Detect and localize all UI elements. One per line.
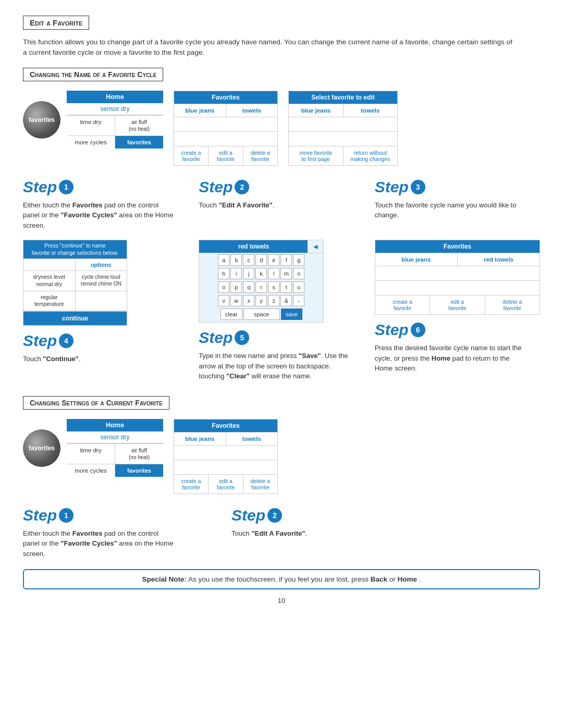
step-3-num: 3 [411,180,425,194]
section2-step-2-num: 2 [267,508,282,523]
select-empty-1 [289,117,397,131]
section2-step-1-label: Step 1 [23,507,221,524]
key-k[interactable]: k [255,268,267,279]
key-clear[interactable]: clear [221,309,242,320]
key-z[interactable]: z [268,295,279,306]
key-dash[interactable]: - [293,295,304,306]
step-1-word: Step [23,178,57,196]
step-4-label: Step 4 [23,332,188,350]
key-w[interactable]: w [230,295,242,306]
section2-home-time-dry[interactable]: time dry [67,444,115,464]
section2-step-2-label: Step 2 [231,507,430,524]
home-cell-air-fluff[interactable]: air fluff(no heat) [115,116,163,135]
key-y[interactable]: y [255,295,267,306]
fav-panel-step6: Favorites blue jeans red towels create a… [375,240,540,315]
key-space[interactable]: space [243,309,280,320]
settings-empty-2 [76,291,127,311]
step-2-label: Step 2 [199,178,364,196]
fav-step6-edit[interactable]: edit afavorite [430,295,485,314]
key-t[interactable]: t [280,281,292,293]
key-e[interactable]: e [268,254,279,266]
section2-edit[interactable]: edit afavorite [209,475,243,493]
screens-row-2: Press "continue" to namefavorite or chan… [23,240,540,381]
section2-blue-jeans[interactable]: blue jeans [174,433,226,445]
settings-options[interactable]: options [76,259,127,270]
section2-home-with-knob: favorites Home sensor dry time dry air f… [23,419,163,477]
select-empty-2 [289,131,397,146]
select-move-fav[interactable]: move favoriteto first page [289,146,344,165]
settings-continue[interactable]: continue [23,311,127,325]
fav-step6-red-towels[interactable]: red towels [458,253,540,266]
favorites-knob: favorites [23,101,60,139]
section2-create[interactable]: create afavorite [174,475,209,493]
key-c[interactable]: c [243,254,254,266]
key-m[interactable]: m [280,268,292,279]
step-4-label-area: Step 4 Touch "Continue". [23,332,188,364]
key-a[interactable]: a [218,254,229,266]
section2-home-favorites[interactable]: favorites [115,464,163,477]
settings-row-1: options [23,258,127,270]
step-5-col: red towels ◄ a b c d e f g h i j k l m n [199,240,364,381]
fav-edit[interactable]: edit afavorite [209,146,243,165]
key-x[interactable]: x [243,295,254,306]
section2-towels[interactable]: towels [226,433,278,445]
key-p[interactable]: p [230,281,242,293]
section2-step-1-text: Either touch the Favorites pad on the co… [23,528,174,559]
fav-delete[interactable]: delete afavorite [243,146,277,165]
home-panel-title: Home [67,91,163,103]
section2-home-more-cycles[interactable]: more cycles [67,464,115,477]
section2-fav-empty-2 [174,460,277,474]
select-return[interactable]: return withoutmaking changes [344,146,398,165]
key-l[interactable]: l [268,268,279,279]
key-s[interactable]: s [268,281,279,293]
fav-towels[interactable]: towels [226,104,278,117]
special-note-back: Back [371,575,387,583]
select-towels[interactable]: towels [344,104,398,117]
key-h[interactable]: h [218,268,229,279]
step-4-text: Touch "Continue". [23,354,174,364]
home-panel-subtitle: sensor dry [67,103,163,115]
key-g[interactable]: g [293,254,304,266]
page-number: 10 [23,597,540,604]
select-fav-title: Select favorite to edit [289,91,397,104]
section2-steps-row: Step 1 Either touch the Favorites pad on… [23,507,540,559]
section2-favorites-knob: favorites [23,429,60,467]
key-v[interactable]: v [218,295,229,306]
section2-home-air-fluff[interactable]: air fluff(no heat) [115,444,163,464]
steps-row-123: Step 1 Either touch the Favorites pad on… [23,178,540,231]
step-2-word: Step [199,178,232,196]
section2-step-1-num: 1 [59,508,74,523]
key-q[interactable]: q [243,281,254,293]
select-blue-jeans[interactable]: blue jeans [289,104,344,117]
fav-blue-jeans[interactable]: blue jeans [174,104,226,117]
keyboard-backspace-icon[interactable]: ◄ [308,240,323,253]
home-cell-time-dry[interactable]: time dry [67,116,115,135]
fav-bottom-row: create afavorite edit afavorite delete a… [174,146,277,165]
key-b[interactable]: b [230,254,242,266]
section2-step-1-word: Step [23,507,57,524]
section2-delete[interactable]: delete afavorite [243,475,277,493]
section2-fav-title: Favorites [174,419,277,432]
fav-create[interactable]: create afavorite [174,146,209,165]
select-fav-row1: blue jeans towels [289,104,397,117]
section2-home-row1: time dry air fluff(no heat) [67,443,163,464]
key-o[interactable]: o [218,281,229,293]
key-u[interactable]: u [293,281,304,293]
key-d[interactable]: d [255,254,267,266]
step-4-word: Step [23,332,57,350]
fav-step6-blue-jeans[interactable]: blue jeans [375,253,458,266]
key-j[interactable]: j [243,268,254,279]
key-save[interactable]: save [281,309,302,320]
fav-step6-delete[interactable]: delete afavorite [485,295,540,314]
keyboard-title-row: red towels ◄ [199,240,323,253]
step-5-label-area: Step 5 Type in the new name and press "S… [199,329,364,381]
key-amp[interactable]: & [280,295,292,306]
key-f[interactable]: f [280,254,292,266]
home-cell-more-cycles[interactable]: more cycles [67,136,115,149]
fav-step6-create[interactable]: create afavorite [375,295,430,314]
key-n[interactable]: n [293,268,304,279]
step-6-num: 6 [411,323,425,337]
key-i[interactable]: i [230,268,242,279]
home-cell-favorites[interactable]: favorites [115,136,163,149]
key-r[interactable]: r [255,281,267,293]
